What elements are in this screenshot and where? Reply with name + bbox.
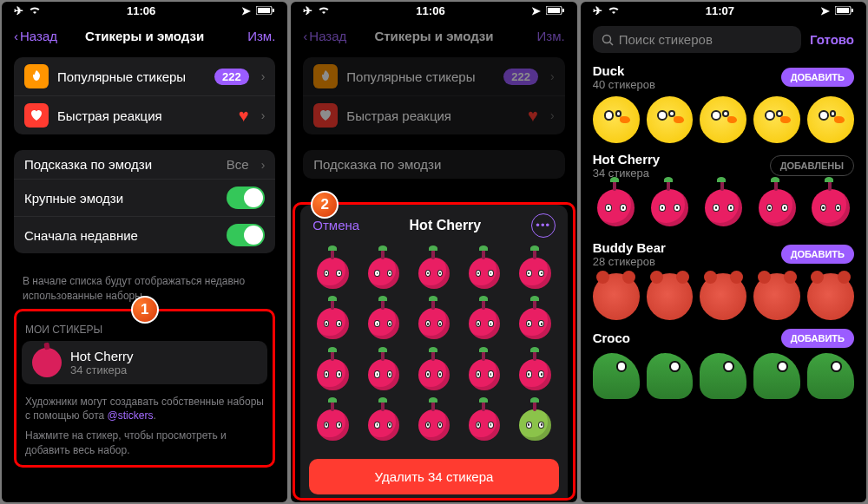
delete-button[interactable]: Удалить 34 стикера	[309, 459, 558, 494]
preview-sticker[interactable]	[647, 185, 694, 232]
preview-sticker[interactable]	[753, 96, 800, 143]
row-emoji-hint[interactable]: Подсказка по эмодзи Все ›	[14, 150, 275, 180]
sticker-item[interactable]	[311, 403, 354, 447]
preview-sticker[interactable]	[700, 273, 746, 320]
airplane-icon: ✈	[14, 4, 23, 17]
preview-sticker[interactable]	[753, 185, 800, 232]
sticker-item[interactable]	[463, 302, 506, 345]
add-button[interactable]: ДОБАВИТЬ	[781, 245, 854, 264]
sticker-item[interactable]	[311, 302, 354, 345]
sticker-item[interactable]	[362, 302, 405, 345]
sticker-pack[interactable]: Duck 40 стикеров ДОБАВИТЬ	[581, 60, 866, 148]
search-input[interactable]: Поиск стикеров	[593, 26, 801, 53]
section-settings: Подсказка по эмодзи Все › Крупные эмодзи…	[14, 150, 275, 253]
nav-bar: ‹ Назад Стикеры и эмодзи Изм.	[2, 19, 287, 52]
cancel-button[interactable]: Отмена	[312, 218, 359, 232]
sticker-item[interactable]	[412, 403, 456, 447]
sticker-item[interactable]	[311, 252, 354, 295]
sticker-item[interactable]	[463, 252, 506, 295]
add-button[interactable]: ДОБАВИТЬ	[781, 329, 854, 348]
more-button[interactable]: •••	[531, 213, 556, 238]
step-badge-1: 1	[131, 296, 159, 324]
toggle-recent[interactable]	[227, 224, 265, 246]
add-button[interactable]: ДОБАВЛЕНЫ	[770, 155, 854, 176]
packs-list[interactable]: Duck 40 стикеров ДОБАВИТЬ Hot Cherry 34 …	[581, 60, 866, 502]
sticker-item[interactable]	[362, 403, 405, 447]
sticker-item[interactable]	[412, 302, 456, 345]
wifi-icon	[29, 6, 41, 15]
sticker-item[interactable]	[463, 403, 506, 447]
add-button[interactable]: ДОБАВИТЬ	[781, 68, 854, 87]
pack-name: Duck	[593, 63, 655, 78]
sticker-item[interactable]	[412, 252, 456, 295]
popular-badge: 222	[503, 69, 538, 85]
pack-name: Hot Cherry	[70, 349, 134, 363]
stickers-bot-link[interactable]: @stickers	[108, 409, 154, 422]
preview-sticker[interactable]	[700, 185, 746, 232]
preview-sticker[interactable]	[700, 96, 746, 143]
airplane-icon: ✈	[303, 4, 312, 17]
row-large-emoji: Крупные эмодзи	[14, 180, 275, 217]
sticker-item[interactable]	[463, 352, 506, 396]
heart-icon	[313, 103, 338, 128]
row-popular[interactable]: Популярные стикеры 222 ›	[14, 57, 275, 96]
sticker-item[interactable]	[362, 352, 405, 396]
sheet-title: Hot Cherry	[410, 218, 482, 233]
quick-label: Быстрая реакция	[57, 108, 230, 123]
edit-button: Изм.	[537, 29, 565, 43]
search-icon	[602, 34, 614, 46]
row-quick-reaction[interactable]: Быстрая реакция ♥ ›	[14, 96, 275, 134]
pack-name: Buddy Bear	[593, 240, 666, 255]
section-top: Популярные стикеры 222 › Быстрая реакция…	[14, 57, 275, 134]
sticker-item[interactable]	[513, 252, 556, 295]
preview-sticker[interactable]	[593, 96, 640, 143]
section-top: Популярные стикеры 222 › Быстрая реакция…	[303, 57, 564, 134]
status-bar: ✈ 11:06 ➤	[2, 2, 287, 19]
sticker-item[interactable]	[513, 302, 556, 345]
pack-count: 34 стикера	[593, 167, 661, 180]
pack-preview	[593, 353, 854, 400]
svg-rect-1	[258, 8, 270, 13]
preview-sticker[interactable]	[753, 273, 800, 320]
sticker-pack[interactable]: Croco ДОБАВИТЬ	[581, 325, 866, 405]
preview-sticker[interactable]	[647, 96, 694, 143]
location-icon: ➤	[531, 4, 541, 17]
chevron-right-icon: ›	[261, 108, 266, 122]
hint-label: Подсказка по эмодзи	[313, 157, 554, 172]
preview-sticker[interactable]	[807, 353, 854, 400]
svg-rect-4	[548, 8, 560, 13]
content-dim: Популярные стикеры 222 › Быстрая реакция…	[291, 52, 576, 202]
sticker-pack[interactable]: Hot Cherry 34 стикера ДОБАВЛЕНЫ	[581, 148, 866, 237]
preview-sticker[interactable]	[647, 273, 694, 320]
preview-sticker[interactable]	[807, 185, 854, 232]
preview-sticker[interactable]	[647, 353, 694, 400]
preview-sticker[interactable]	[807, 96, 854, 143]
sticker-item[interactable]	[513, 352, 556, 396]
preview-sticker[interactable]	[753, 353, 800, 400]
sticker-pack[interactable]: Buddy Bear 28 стикеров ДОБАВИТЬ	[581, 237, 866, 325]
sticker-set-row[interactable]: Hot Cherry 34 стикера	[22, 341, 267, 384]
done-button[interactable]: Готово	[810, 32, 854, 47]
location-icon: ➤	[820, 4, 830, 17]
sticker-item[interactable]	[412, 352, 456, 396]
status-time: 11:06	[416, 4, 444, 17]
preview-sticker[interactable]	[593, 185, 640, 232]
back-button[interactable]: ‹ Назад	[14, 29, 57, 43]
preview-sticker[interactable]	[593, 353, 640, 400]
toggle-large[interactable]	[227, 187, 265, 209]
pack-count: 34 стикера	[70, 363, 134, 376]
sticker-item[interactable]	[311, 352, 354, 396]
preview-sticker[interactable]	[807, 273, 854, 320]
svg-rect-7	[837, 8, 849, 13]
fire-icon	[313, 64, 338, 88]
screen-sheet: ✈ 11:06 ➤ ‹ Назад Стикеры и эмодзи Изм. …	[291, 2, 576, 502]
sticker-item[interactable]	[513, 403, 556, 447]
screen-settings: ✈ 11:06 ➤ ‹ Назад Стикеры и эмодзи Изм.	[2, 2, 287, 502]
status-bar: ✈ 11:06 ➤	[291, 2, 576, 19]
preview-sticker[interactable]	[700, 353, 746, 400]
edit-button[interactable]: Изм.	[247, 29, 275, 43]
preview-sticker[interactable]	[593, 273, 640, 320]
pack-name: Hot Cherry	[593, 152, 661, 167]
sticker-item[interactable]	[362, 252, 405, 295]
svg-point-9	[602, 35, 610, 43]
